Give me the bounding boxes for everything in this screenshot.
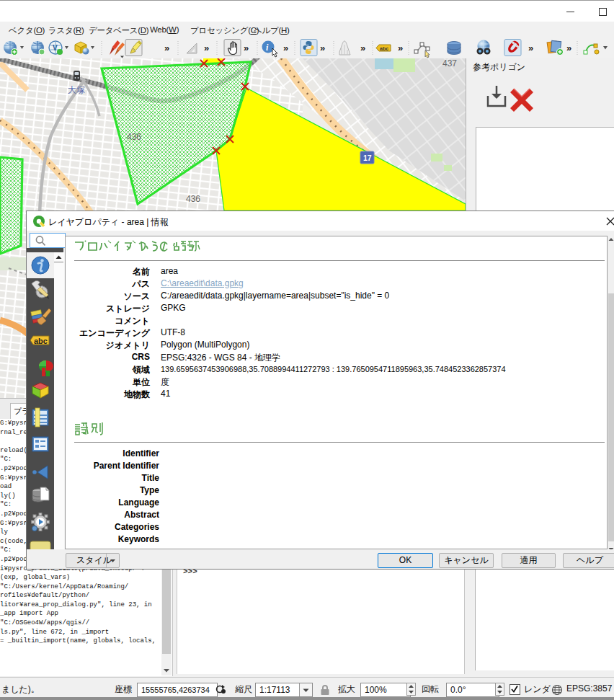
svg-text:436: 436 xyxy=(127,132,141,142)
svg-text:17: 17 xyxy=(363,154,372,162)
svg-text:abc: abc xyxy=(380,46,388,51)
svg-text:436: 436 xyxy=(186,194,200,204)
svg-text:437: 437 xyxy=(442,58,457,68)
svg-text:abc: abc xyxy=(34,337,48,345)
svg-text:V: V xyxy=(53,44,58,52)
svg-text:大塚: 大塚 xyxy=(68,85,85,95)
